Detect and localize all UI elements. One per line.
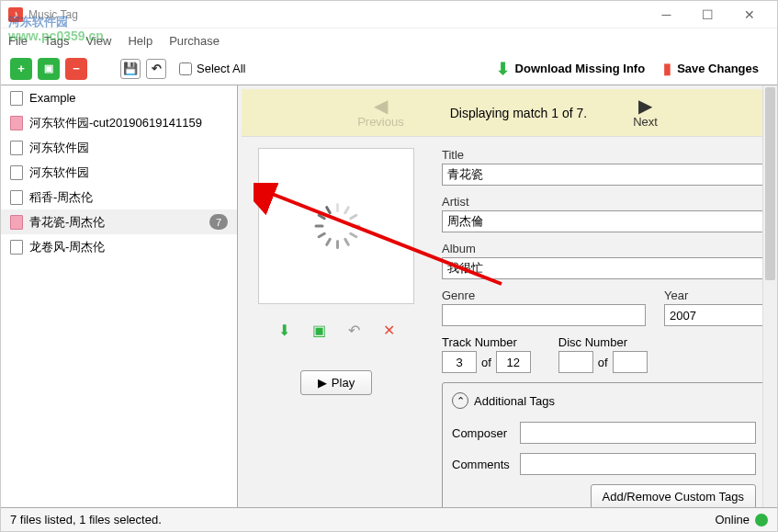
play-button[interactable]: ▶ Play	[300, 370, 372, 395]
maximize-button[interactable]: ☐	[687, 2, 728, 28]
prev-label: Previous	[357, 115, 404, 129]
menubar: File Tags View Help Purchase	[1, 28, 777, 52]
additional-tags-panel: ⌃Additional Tags Composer Comments Add/R…	[442, 382, 766, 508]
scrollbar-thumb[interactable]	[765, 87, 775, 280]
titlebar: ♪ Music Tag ─ ☐ ✕	[1, 1, 777, 28]
toolbar: + ▣ − 💾 ↶ Select All ⬇ Download Missing …	[1, 52, 777, 85]
file-item[interactable]: 稻香-周杰伦	[1, 185, 237, 209]
comments-label: Comments	[452, 458, 514, 471]
additional-label: Additional Tags	[474, 394, 555, 408]
minimize-button[interactable]: ─	[646, 2, 687, 28]
online-label: Online	[715, 513, 750, 526]
file-icon	[10, 240, 23, 255]
menu-tags[interactable]: Tags	[44, 34, 69, 48]
file-name: 龙卷风-周杰伦	[29, 239, 228, 255]
file-item[interactable]: 河东软件园	[1, 160, 237, 185]
save-label: Save Changes	[677, 62, 759, 75]
file-icon	[10, 215, 23, 230]
track-label: Track Number	[442, 335, 531, 349]
online-icon	[755, 514, 768, 526]
prev-arrow-icon: ◀	[374, 96, 388, 115]
file-item[interactable]: 河东软件园	[1, 135, 237, 160]
file-name: 青花瓷-周杰伦	[29, 214, 203, 231]
disc-of: of	[598, 356, 608, 369]
file-icon	[10, 91, 23, 106]
select-all-label: Select All	[197, 62, 245, 75]
menu-file[interactable]: File	[8, 34, 28, 48]
genre-input[interactable]	[442, 304, 646, 326]
remove-button[interactable]: −	[65, 58, 87, 80]
close-button[interactable]: ✕	[728, 2, 770, 28]
window-title: Music Tag	[28, 8, 646, 21]
comments-input[interactable]	[520, 453, 756, 475]
file-item[interactable]: 龙卷风-周杰伦	[1, 234, 237, 259]
svg-text:♪: ♪	[13, 7, 19, 21]
loading-spinner-icon	[313, 203, 359, 249]
artwork-box	[258, 148, 414, 304]
composer-label: Composer	[452, 426, 514, 440]
select-all-checkbox[interactable]	[179, 62, 192, 75]
file-icon	[10, 190, 23, 205]
file-item[interactable]: 河东软件园-cut20190619141159	[1, 110, 237, 135]
title-input[interactable]	[442, 164, 766, 186]
composer-input[interactable]	[520, 422, 756, 444]
prev-match-button[interactable]: ◀ Previous	[357, 96, 404, 129]
file-name: 河东软件园-cut20190619141159	[29, 115, 228, 131]
genre-label: Genre	[442, 289, 646, 302]
file-list: Example河东软件园-cut20190619141159河东软件园河东软件园…	[1, 85, 238, 508]
next-label: Next	[633, 115, 658, 129]
file-name: 河东软件园	[29, 164, 228, 181]
status-text: 7 files listed, 1 files selected.	[10, 513, 162, 526]
file-name: 河东软件园	[29, 140, 228, 156]
save-icon-button[interactable]: 💾	[120, 59, 141, 79]
status-bar: 7 files listed, 1 files selected. Online	[1, 507, 777, 531]
save-icon: ▮	[663, 60, 671, 77]
artwork-add-button[interactable]: ▣	[305, 319, 333, 341]
disc-num-input[interactable]	[558, 351, 593, 373]
artist-label: Artist	[442, 195, 766, 209]
file-icon	[10, 116, 23, 130]
play-label: Play	[332, 376, 355, 390]
add-file-button[interactable]: +	[10, 58, 32, 80]
download-missing-button[interactable]: ⬇ Download Missing Info	[487, 55, 655, 83]
scrollbar[interactable]	[762, 85, 777, 508]
collapse-icon[interactable]: ⌃	[452, 392, 468, 409]
save-changes-button[interactable]: ▮ Save Changes	[654, 56, 768, 81]
match-badge: 7	[209, 214, 228, 230]
menu-view[interactable]: View	[85, 34, 111, 48]
match-text: Displaying match 1 of 7.	[450, 106, 587, 120]
download-label: Download Missing Info	[515, 62, 646, 75]
track-total-input[interactable]	[496, 351, 531, 373]
track-of: of	[481, 356, 491, 369]
album-label: Album	[442, 242, 766, 255]
file-icon	[10, 141, 23, 155]
file-name: 稻香-周杰伦	[29, 189, 228, 206]
match-navigation: ◀ Previous Displaying match 1 of 7. ▶ Ne…	[242, 89, 773, 137]
disc-total-input[interactable]	[613, 351, 648, 373]
download-icon: ⬇	[496, 59, 510, 79]
app-icon: ♪	[8, 7, 23, 22]
add-folder-button[interactable]: ▣	[38, 58, 60, 80]
content-area: ◀ Previous Displaying match 1 of 7. ▶ Ne…	[238, 85, 777, 508]
album-input[interactable]	[442, 257, 766, 279]
menu-help[interactable]: Help	[128, 34, 152, 48]
artist-input[interactable]	[442, 210, 766, 232]
year-label: Year	[664, 289, 766, 302]
track-num-input[interactable]	[442, 351, 477, 373]
custom-tags-button[interactable]: Add/Remove Custom Tags	[591, 484, 756, 508]
artwork-revert-button[interactable]: ↶	[340, 319, 367, 341]
disc-label: Disc Number	[558, 335, 648, 349]
artwork-remove-button[interactable]: ✕	[375, 319, 402, 341]
revert-icon-button[interactable]: ↶	[146, 59, 166, 79]
file-item[interactable]: 青花瓷-周杰伦7	[1, 209, 237, 234]
file-icon	[10, 165, 23, 180]
next-match-button[interactable]: ▶ Next	[633, 96, 658, 129]
file-item[interactable]: Example	[1, 85, 237, 110]
next-arrow-icon: ▶	[638, 96, 652, 115]
year-input[interactable]	[664, 304, 766, 326]
title-label: Title	[442, 148, 766, 162]
file-name: Example	[29, 91, 228, 105]
menu-purchase[interactable]: Purchase	[169, 34, 220, 48]
artwork-download-button[interactable]: ⬇	[270, 319, 298, 341]
